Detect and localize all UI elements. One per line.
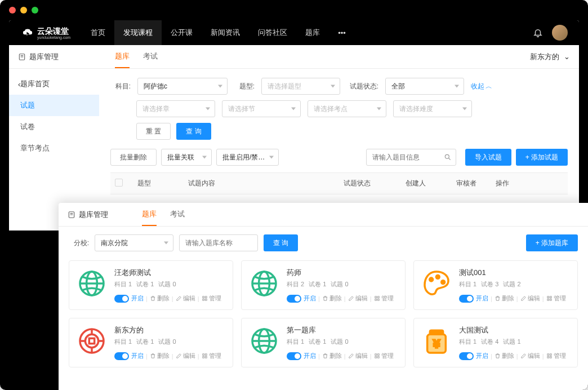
toggle-open[interactable]: [287, 352, 301, 360]
close-window[interactable]: [9, 7, 16, 14]
back-label: 题库首页: [20, 79, 50, 89]
svg-rect-48: [430, 330, 443, 334]
collapse-label: 收起: [471, 82, 484, 91]
search-input[interactable]: [366, 149, 456, 166]
toggle-open[interactable]: [114, 352, 129, 360]
select-point[interactable]: 请选择考点: [308, 100, 386, 117]
card-action-edit[interactable]: 编辑: [348, 294, 368, 303]
edit-icon: [176, 295, 182, 302]
toggle-open[interactable]: [114, 295, 129, 303]
card-action-delete[interactable]: 删除: [495, 294, 514, 303]
query-button[interactable]: 查 询: [176, 123, 211, 140]
card-meta: 科目 1试卷 1试题 0: [114, 338, 226, 346]
card-action-manage[interactable]: 管理: [374, 352, 394, 360]
card-action-manage[interactable]: 管理: [202, 294, 221, 303]
bulk-link-select[interactable]: 批量关联: [161, 149, 212, 166]
svg-rect-51: [550, 354, 551, 356]
bulk-toggle-select[interactable]: 批量启用/禁…: [216, 149, 279, 166]
maximize-window[interactable]: [32, 7, 38, 14]
svg-rect-11: [202, 296, 204, 298]
svg-rect-50: [547, 354, 549, 356]
svg-rect-46: [377, 356, 379, 358]
card-icon: [421, 268, 452, 299]
svg-rect-19: [377, 296, 379, 298]
label-open: 开启: [131, 294, 144, 303]
bank-name-input[interactable]: [179, 234, 258, 251]
w2-tab-exam[interactable]: 考试: [170, 203, 185, 226]
card-icon: ¥: [421, 325, 452, 357]
sidebar-item-papers[interactable]: 试卷: [9, 116, 99, 138]
bank-card: 汪老师测试科目 1试卷 1试题 0开启|删除|编辑|管理: [69, 260, 233, 310]
card-action-edit[interactable]: 编辑: [176, 352, 195, 360]
svg-rect-45: [375, 356, 376, 358]
th-status: 试题状态: [344, 179, 406, 188]
card-action-manage[interactable]: 管理: [546, 294, 566, 303]
back-link[interactable]: ‹ 题库首页: [9, 73, 99, 95]
nav-news[interactable]: 新闻资讯: [202, 20, 249, 45]
sidebar-item-questions[interactable]: 试题: [9, 95, 99, 116]
label-subject: 科目:: [110, 82, 131, 91]
import-button[interactable]: 导入试题: [465, 149, 511, 166]
card-action-edit[interactable]: 编辑: [520, 294, 540, 303]
bell-icon[interactable]: [533, 28, 543, 38]
card-action-edit[interactable]: 编辑: [520, 352, 540, 360]
nav-home[interactable]: 首页: [82, 20, 114, 45]
toggle-open[interactable]: [459, 352, 474, 360]
card-action-delete[interactable]: 删除: [150, 294, 170, 303]
card-action-edit[interactable]: 编辑: [176, 294, 195, 303]
nav-courses[interactable]: 发现课程: [114, 20, 162, 45]
card-action-manage[interactable]: 管理: [546, 352, 566, 360]
card-icon: [76, 325, 108, 357]
card-action-edit[interactable]: 编辑: [348, 352, 368, 360]
select-status[interactable]: 全部: [385, 78, 464, 95]
header-right[interactable]: 新东方的 ⌄: [530, 52, 570, 62]
card-action-delete[interactable]: 删除: [495, 352, 514, 360]
add-question-button[interactable]: + 添加试题: [516, 149, 568, 166]
add-bank-button[interactable]: + 添加题库: [526, 234, 578, 251]
nav-public[interactable]: 公开课: [162, 20, 202, 45]
window-controls[interactable]: [9, 7, 38, 14]
doc-icon: [18, 53, 26, 61]
card-action-delete[interactable]: 删除: [150, 352, 170, 360]
card-action-manage[interactable]: 管理: [374, 294, 394, 303]
toggle-open[interactable]: [459, 295, 474, 303]
w2-tab-bank[interactable]: 题库: [142, 203, 157, 226]
current-bank-name: 新东方的: [530, 52, 559, 61]
w2-query-button[interactable]: 查 询: [264, 234, 298, 251]
select-subject[interactable]: 阿萨德c: [137, 78, 228, 95]
th-content: 试题内容: [188, 179, 344, 188]
tab-exam[interactable]: 考试: [143, 45, 158, 68]
card-action-delete[interactable]: 删除: [322, 352, 342, 360]
nav-qa[interactable]: 问答社区: [249, 20, 296, 45]
collapse-link[interactable]: 收起 ︿: [471, 82, 492, 91]
reset-button[interactable]: 重 置: [136, 123, 171, 140]
svg-line-4: [448, 158, 450, 160]
sidebar-item-chapters[interactable]: 章节考点: [9, 138, 99, 159]
main-window: 云朵谍堂 yunduoketang.com 首页 发现课程 公开课 新闻资讯 问…: [9, 20, 579, 231]
checkbox-all[interactable]: [115, 179, 123, 187]
logo[interactable]: 云朵谍堂 yunduoketang.com: [20, 25, 70, 40]
nav-more[interactable]: •••: [329, 20, 355, 45]
select-chapter[interactable]: 请选择章: [136, 100, 215, 117]
svg-rect-52: [547, 356, 549, 358]
card-action-manage[interactable]: 管理: [202, 352, 221, 360]
card-action-delete[interactable]: 删除: [322, 294, 342, 303]
minimize-window[interactable]: [20, 7, 27, 14]
bulk-delete-button[interactable]: 批量删除: [110, 149, 157, 166]
grid-icon: [546, 295, 553, 302]
select-type[interactable]: 请选择题型: [261, 78, 340, 95]
svg-point-22: [430, 278, 433, 281]
card-meta: 科目 1试卷 4试题 1: [459, 338, 571, 346]
avatar[interactable]: [552, 25, 568, 41]
edit-icon: [520, 353, 527, 359]
select-branch[interactable]: 南京分院: [95, 234, 173, 251]
tab-bank[interactable]: 题库: [115, 45, 130, 68]
label-open: 开启: [131, 352, 144, 360]
select-difficulty[interactable]: 请选择难度: [393, 100, 472, 117]
select-section[interactable]: 请选择节: [222, 100, 301, 117]
card-grid: 汪老师测试科目 1试卷 1试题 0开启|删除|编辑|管理药师科目 2试卷 1试题…: [69, 260, 578, 367]
toggle-open[interactable]: [287, 295, 301, 303]
card-icon: [248, 268, 280, 299]
nav-bank[interactable]: 题库: [296, 20, 329, 45]
bank-card: 测试001科目 1试卷 3试题 2开启|删除|编辑|管理: [413, 260, 578, 310]
